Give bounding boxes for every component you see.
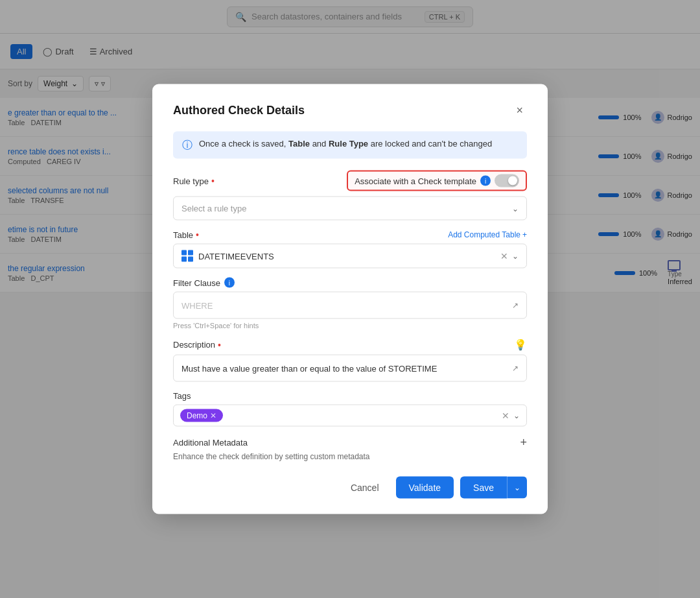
additional-metadata-description: Enhance the check definition by setting … [173, 452, 527, 461]
tag-label: Demo [187, 411, 207, 420]
description-input[interactable]: Must have a value greater than or equal … [173, 355, 527, 382]
validate-button[interactable]: Validate [396, 477, 454, 499]
chevron-down-icon: ⌄ [512, 204, 519, 213]
associate-info-icon[interactable]: i [480, 176, 491, 186]
authored-check-details-modal: Authored Check Details × ⓘ Once a check … [152, 84, 548, 514]
expand-icon[interactable]: ↗ [512, 364, 519, 373]
filter-hint-text: Press 'Ctrl+Space' for hints [173, 322, 527, 329]
rule-type-placeholder: Select a rule type [181, 204, 246, 213]
plus-icon: + [522, 230, 527, 239]
table-value: DATETIMEEVENTS [198, 251, 274, 261]
add-computed-table-button[interactable]: Add Computed Table + [448, 230, 527, 239]
toggle-thumb [508, 176, 517, 185]
tags-label: Tags [173, 391, 527, 401]
save-button[interactable]: Save [460, 477, 507, 499]
cancel-button[interactable]: Cancel [340, 477, 390, 498]
tag-chip-demo: Demo ✕ [180, 409, 223, 422]
info-icon: ⓘ [182, 139, 192, 152]
table-input-field[interactable]: DATETIMEEVENTS ✕ ⌄ [173, 244, 527, 269]
info-text: Once a check is saved, Table and Rule Ty… [199, 138, 492, 150]
associate-toggle[interactable] [495, 174, 519, 187]
rule-type-row: Rule type • Associate with a Check templ… [173, 171, 527, 191]
additional-metadata-row: Additional Metadata + [173, 436, 527, 449]
modal-header: Authored Check Details × [173, 102, 527, 119]
tag-remove-button[interactable]: ✕ [210, 411, 216, 420]
associate-label: Associate with a Check template [355, 176, 476, 185]
rule-type-label: Rule type • [173, 176, 215, 186]
tags-input-field[interactable]: Demo ✕ ✕ ⌄ [173, 405, 527, 427]
required-indicator: • [211, 176, 215, 186]
clear-table-button[interactable]: ✕ [500, 251, 508, 261]
description-label-row: Description • 💡 [173, 339, 527, 351]
tags-dropdown-button[interactable]: ⌄ [513, 411, 520, 420]
description-value: Must have a value greater than or equal … [181, 363, 437, 373]
description-label: Description • [173, 339, 221, 350]
expand-icon[interactable]: ↗ [512, 301, 519, 310]
table-label-row: Table • Add Computed Table + [173, 230, 527, 240]
rule-type-select[interactable]: Select a rule type ⌄ [173, 197, 527, 221]
table-dropdown-button[interactable]: ⌄ [512, 252, 519, 261]
associate-check-template-section: Associate with a Check template i [347, 171, 527, 191]
save-dropdown-button[interactable]: ⌄ [507, 477, 527, 499]
clear-tags-button[interactable]: ✕ [502, 411, 509, 421]
required-indicator: • [218, 339, 221, 350]
modal-footer: Cancel Validate Save ⌄ [173, 472, 527, 499]
filter-clause-label: Filter Clause [173, 278, 220, 287]
info-banner: ⓘ Once a check is saved, Table and Rule … [173, 132, 527, 159]
filter-info-icon[interactable]: i [224, 278, 235, 288]
table-label: Table • [173, 230, 199, 240]
filter-placeholder: WHERE [181, 300, 213, 310]
grid-icon [181, 250, 193, 262]
modal-close-button[interactable]: × [512, 102, 527, 119]
required-indicator: • [196, 230, 199, 240]
filter-clause-input[interactable]: WHERE ↗ [173, 292, 527, 319]
save-button-group: Save ⌄ [460, 477, 527, 499]
additional-metadata-label: Additional Metadata [173, 438, 248, 448]
lightbulb-icon[interactable]: 💡 [514, 339, 527, 351]
filter-clause-label-row: Filter Clause i [173, 278, 527, 288]
modal-title: Authored Check Details [173, 104, 305, 117]
add-metadata-button[interactable]: + [520, 436, 527, 449]
